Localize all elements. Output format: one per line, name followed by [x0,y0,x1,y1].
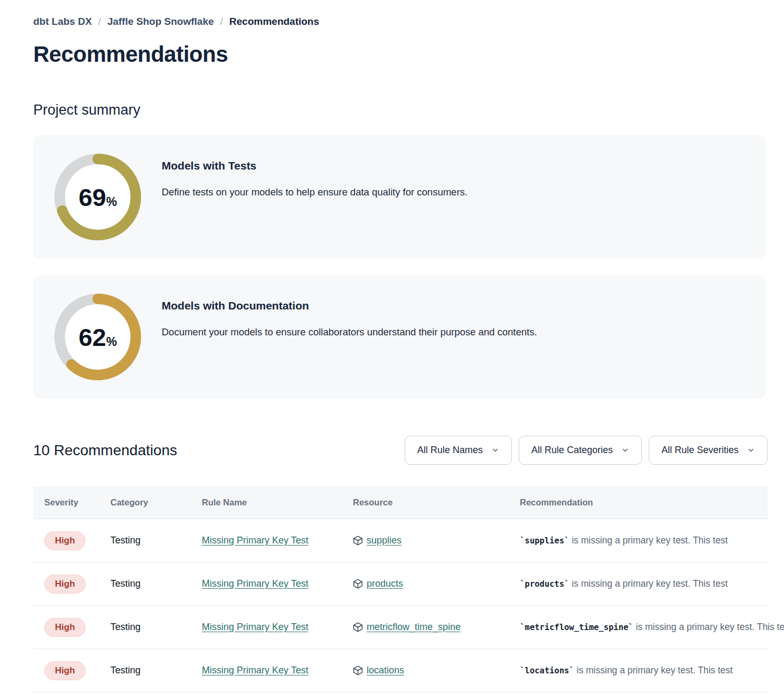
chevron-down-icon [491,446,499,454]
donut-percent-label: 69 % [54,154,141,240]
card-title: Models with Documentation [162,299,537,312]
rule-names-filter-dropdown[interactable]: All Rule Names [405,436,512,465]
page-content: dbt Labs DX / Jaffle Shop Snowflake / Re… [0,0,768,692]
table-row: High Testing Missing Primary Key Test me… [33,606,768,649]
rule-severities-filter-dropdown[interactable]: All Rule Severities [649,436,768,465]
recommendations-header: 10 Recommendations All Rule Names All Ru… [33,436,768,465]
model-cube-icon [353,622,363,632]
table-row: High Testing Missing Primary Key Test su… [33,519,768,562]
filter-label: All Rule Names [417,445,483,456]
category-cell: Testing [110,665,202,676]
breadcrumb-item-account[interactable]: dbt Labs DX [33,16,92,27]
card-description: Define tests on your models to help ensu… [162,186,468,198]
severity-cell: High [33,618,110,637]
breadcrumb-item-current: Recommendations [229,16,319,27]
tests-donut-chart: 69 % [54,154,141,240]
severity-cell: High [33,575,110,594]
table-header-row: Severity Category Rule Name Resource Rec… [33,486,768,519]
column-header-category: Category [110,497,202,508]
model-cube-icon [353,579,363,589]
category-cell: Testing [110,622,202,633]
recommendation-text: is missing a primary key test. This test [572,578,727,589]
severity-badge-high: High [44,575,86,594]
summary-card-tests: 69 % Models with Tests Define tests on y… [33,135,766,259]
recommendation-text: is missing a primary key test. This test [636,622,784,632]
resource-cell: locations [353,665,520,676]
breadcrumb: dbt Labs DX / Jaffle Shop Snowflake / Re… [33,16,768,27]
recommendations-page: dbt Labs DX / Jaffle Shop Snowflake / Re… [0,0,784,695]
resource-link[interactable]: metricflow_time_spine [367,622,461,633]
percent-sign: % [106,336,117,348]
resource-code-text: `metricflow_time_spine` [520,623,633,632]
page-title: Recommendations [33,42,768,67]
resource-cell: products [353,578,520,589]
resource-cell: supplies [353,535,520,546]
table-row: High Testing Missing Primary Key Test lo… [33,649,768,692]
model-cube-icon [353,536,363,546]
rule-categories-filter-dropdown[interactable]: All Rule Categories [519,436,642,465]
percent-value: 69 [79,185,106,210]
chevron-down-icon [621,446,629,454]
recommendations-table: Severity Category Rule Name Resource Rec… [33,486,768,692]
recommendation-cell: `products` is missing a primary key test… [520,578,768,589]
column-header-recommendation: Recommendation [520,497,768,508]
filter-bar: All Rule Names All Rule Categories All R… [405,436,768,465]
recommendations-count-heading: 10 Recommendations [33,442,177,459]
project-summary-heading: Project summary [33,102,768,118]
summary-card-documentation: 62 % Models with Documentation Document … [33,275,766,399]
category-cell: Testing [110,578,202,589]
recommendation-cell: `supplies` is missing a primary key test… [520,535,768,546]
donut-percent-label: 62 % [54,294,141,380]
resource-code-text: `supplies` [520,536,569,546]
column-header-resource: Resource [353,497,520,508]
breadcrumb-item-project[interactable]: Jaffle Shop Snowflake [107,16,214,27]
chevron-down-icon [747,446,755,454]
filter-label: All Rule Severities [661,445,739,456]
rule-name-link[interactable]: Missing Primary Key Test [202,578,309,589]
model-cube-icon [353,665,363,675]
severity-badge-high: High [44,531,86,550]
rule-name-link[interactable]: Missing Primary Key Test [202,622,309,632]
breadcrumb-separator: / [98,16,101,27]
resource-code-text: `products` [520,579,569,589]
severity-badge-high: High [44,618,86,637]
resource-code-text: `locations` [520,666,574,675]
column-header-severity: Severity [33,497,110,508]
resource-cell: metricflow_time_spine [353,622,520,633]
severity-cell: High [33,531,110,550]
filter-label: All Rule Categories [531,445,613,456]
card-title: Models with Tests [162,159,468,172]
recommendation-cell: `metricflow_time_spine` is missing a pri… [520,622,784,633]
recommendation-text: is missing a primary key test. This test [572,535,727,546]
severity-cell: High [33,661,110,680]
card-text-block: Models with Tests Define tests on your m… [162,154,468,198]
rule-name-cell: Missing Primary Key Test [202,578,353,589]
rule-name-link[interactable]: Missing Primary Key Test [202,665,309,675]
docs-donut-chart: 62 % [54,294,141,380]
recommendation-text: is missing a primary key test. This test [577,665,733,675]
table-row: High Testing Missing Primary Key Test pr… [33,562,768,606]
rule-name-cell: Missing Primary Key Test [202,622,353,633]
breadcrumb-separator: / [220,16,223,27]
recommendation-cell: `locations` is missing a primary key tes… [520,665,768,676]
percent-value: 62 [79,325,106,350]
card-text-block: Models with Documentation Document your … [162,294,537,338]
resource-link[interactable]: products [367,578,403,589]
severity-badge-high: High [44,661,86,680]
rule-name-cell: Missing Primary Key Test [202,665,353,676]
resource-link[interactable]: locations [367,665,404,676]
percent-sign: % [106,196,117,208]
column-header-rule-name: Rule Name [202,497,353,508]
rule-name-cell: Missing Primary Key Test [202,535,353,546]
category-cell: Testing [110,535,202,546]
card-description: Document your models to ensure collabora… [162,326,537,338]
resource-link[interactable]: supplies [367,535,402,546]
rule-name-link[interactable]: Missing Primary Key Test [202,535,309,546]
